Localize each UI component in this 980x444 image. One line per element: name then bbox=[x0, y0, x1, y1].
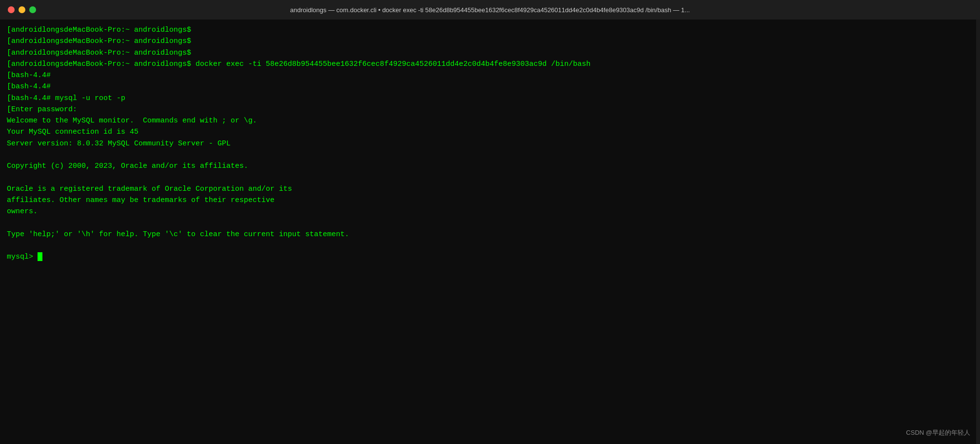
terminal-line: owners. bbox=[7, 206, 973, 217]
window-title: androidlongs — com.docker.cli • docker e… bbox=[290, 6, 690, 14]
close-button[interactable] bbox=[8, 6, 15, 13]
terminal-line bbox=[7, 217, 973, 228]
terminal-line: Copyright (c) 2000, 2023, Oracle and/or … bbox=[7, 161, 973, 172]
terminal-line bbox=[7, 172, 973, 183]
terminal-line: Welcome to the MySQL monitor. Commands e… bbox=[7, 115, 973, 126]
title-bar: androidlongs — com.docker.cli • docker e… bbox=[0, 0, 980, 20]
terminal-line: [bash-4.4# mysql -u root -p bbox=[7, 93, 973, 104]
terminal-window: androidlongs — com.docker.cli • docker e… bbox=[0, 0, 980, 444]
minimize-button[interactable] bbox=[19, 6, 25, 13]
terminal-line: [androidlongsdeMacBook-Pro:~ androidlong… bbox=[7, 47, 973, 59]
terminal-line bbox=[7, 240, 973, 251]
terminal-line: [bash-4.4# bbox=[7, 70, 973, 81]
terminal-line: Oracle is a registered trademark of Orac… bbox=[7, 183, 973, 195]
terminal-body[interactable]: [androidlongsdeMacBook-Pro:~ androidlong… bbox=[0, 20, 980, 444]
terminal-cursor bbox=[38, 252, 42, 261]
terminal-line: [androidlongsdeMacBook-Pro:~ androidlong… bbox=[7, 59, 973, 70]
terminal-line: [bash-4.4# bbox=[7, 81, 973, 92]
watermark: CSDN @早起的年轻人 bbox=[906, 428, 970, 437]
terminal-line: Your MySQL connection id is 45 bbox=[7, 126, 973, 138]
terminal-line bbox=[7, 149, 973, 161]
terminal-line: [androidlongsdeMacBook-Pro:~ androidlong… bbox=[7, 36, 973, 47]
terminal-line: affiliates. Other names may be trademark… bbox=[7, 195, 973, 206]
traffic-lights bbox=[8, 6, 36, 13]
terminal-line: [androidlongsdeMacBook-Pro:~ androidlong… bbox=[7, 24, 973, 36]
maximize-button[interactable] bbox=[29, 6, 36, 13]
terminal-line: Type 'help;' or '\h' for help. Type '\c'… bbox=[7, 229, 973, 240]
terminal-line: Server version: 8.0.32 MySQL Community S… bbox=[7, 138, 973, 149]
terminal-line: [Enter password: bbox=[7, 104, 973, 115]
scrollbar-track[interactable] bbox=[976, 20, 980, 444]
terminal-line: mysql> bbox=[7, 251, 973, 262]
